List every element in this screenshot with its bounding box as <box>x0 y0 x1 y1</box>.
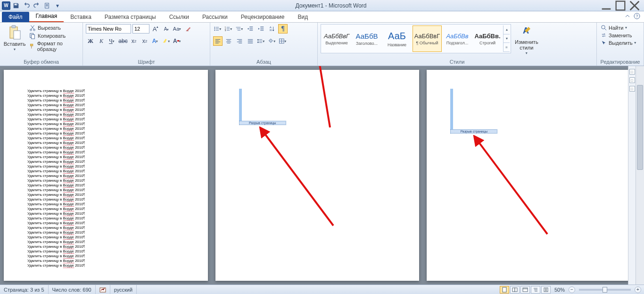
align-right-button[interactable] <box>235 36 244 46</box>
select-button[interactable]: Выделить▼ <box>600 39 641 46</box>
status-bar: Страница: 3 из 5 Число слов: 690 русский… <box>0 285 644 294</box>
page-3[interactable]: Разрыв страницы <box>427 70 631 281</box>
tab-insert[interactable]: Вставка <box>64 12 98 22</box>
svg-point-13 <box>214 28 215 29</box>
save-icon[interactable] <box>11 1 21 10</box>
decrease-indent-button[interactable] <box>246 24 255 34</box>
strikethrough-button[interactable]: abc <box>118 36 128 46</box>
align-left-button[interactable] <box>213 36 223 46</box>
font-name-input[interactable] <box>86 24 131 34</box>
view-print-layout-button[interactable] <box>500 286 509 294</box>
vertical-scrollbar[interactable] <box>636 66 644 285</box>
side-panel-item[interactable]: □ <box>629 69 635 75</box>
sort-button[interactable]: AЯ <box>267 24 277 34</box>
increase-indent-button[interactable] <box>256 24 266 34</box>
status-page[interactable]: Страница: 3 из 5 <box>0 285 49 294</box>
view-outline-button[interactable] <box>531 286 540 294</box>
zoom-in-button[interactable]: + <box>635 286 641 293</box>
highlight-button[interactable]: ▼ <box>162 36 171 46</box>
align-center-button[interactable] <box>224 36 233 46</box>
style-item-subtitle[interactable]: АаБбВвПодзагол... <box>443 25 472 52</box>
shading-button[interactable]: ▼ <box>267 36 277 46</box>
style-item-heading[interactable]: АаБбВЗаголово... <box>352 25 381 52</box>
find-button[interactable]: Найти▼ <box>600 24 641 31</box>
tab-review[interactable]: Рецензирование <box>234 12 291 22</box>
svg-line-24 <box>478 141 547 234</box>
view-full-screen-button[interactable] <box>510 286 520 294</box>
help-icon[interactable]: ? <box>634 13 640 19</box>
svg-rect-27 <box>503 287 506 292</box>
side-panel-item[interactable]: □ <box>629 77 635 83</box>
multilevel-list-button[interactable]: ▼ <box>235 24 244 34</box>
scrollbar-thumb[interactable] <box>637 85 643 170</box>
view-draft-button[interactable] <box>541 286 551 294</box>
redo-icon[interactable] <box>32 1 41 10</box>
page-1-text: Удалить страницу в Ворде 2010¶Удалить ст… <box>27 89 85 268</box>
zoom-out-button[interactable]: − <box>569 286 575 293</box>
borders-button[interactable]: ▼ <box>278 36 288 46</box>
tab-mailings[interactable]: Рассылки <box>196 12 234 22</box>
svg-rect-11 <box>30 44 33 46</box>
bullets-button[interactable]: ▼ <box>213 24 223 34</box>
tab-view[interactable]: Вид <box>291 12 314 22</box>
status-language[interactable]: русский <box>110 285 137 294</box>
zoom-slider-thumb[interactable] <box>603 287 607 293</box>
minimize-button[interactable] <box>600 1 613 10</box>
format-painter-button[interactable]: Формат по образцу <box>28 40 80 52</box>
undo-icon[interactable] <box>22 1 31 10</box>
copy-button[interactable]: Копировать <box>28 32 80 40</box>
tab-home[interactable]: Главная <box>29 11 64 22</box>
style-item-emphasis[interactable]: АаБбВвГВыделение <box>322 25 351 52</box>
group-clipboard-label: Буфер обмена <box>3 59 80 65</box>
svg-rect-10 <box>31 34 34 39</box>
tab-file[interactable]: Файл <box>2 12 29 22</box>
document-area: Удалить страницу в Ворде 2010¶Удалить ст… <box>0 66 644 285</box>
svg-rect-29 <box>515 288 517 292</box>
style-item-strong[interactable]: АаБбВв.Строгий <box>473 25 502 52</box>
text-effects-button[interactable]: A▼ <box>151 36 160 46</box>
style-item-normal[interactable]: АаБбВвГ¶ Обычный <box>413 25 442 52</box>
bold-button[interactable]: Ж <box>86 36 95 46</box>
show-paragraph-marks-button[interactable]: ¶ <box>278 24 288 34</box>
view-web-layout-button[interactable] <box>520 286 530 294</box>
numbering-button[interactable]: 123▼ <box>224 24 233 34</box>
status-word-count[interactable]: Число слов: 690 <box>49 285 96 294</box>
replace-button[interactable]: Заменить <box>600 32 641 39</box>
tab-page-layout[interactable]: Разметка страницы <box>98 12 163 22</box>
cut-button[interactable]: Вырезать <box>28 24 80 32</box>
clear-formatting-button[interactable] <box>183 24 193 34</box>
style-item-title[interactable]: АаБНазвание <box>382 25 412 52</box>
italic-button[interactable]: К <box>97 36 106 46</box>
paste-button[interactable]: Вставить ▼ <box>3 24 26 52</box>
align-justify-button[interactable] <box>246 36 255 46</box>
maximize-button[interactable] <box>614 1 627 10</box>
svg-rect-28 <box>512 288 515 292</box>
status-proofing[interactable] <box>96 285 110 294</box>
shrink-font-button[interactable]: A▾ <box>162 24 171 34</box>
svg-rect-1 <box>616 1 625 10</box>
close-button[interactable] <box>628 1 641 10</box>
qat-document-icon[interactable] <box>42 1 52 10</box>
zoom-percent[interactable]: 50% <box>554 287 565 293</box>
page-1[interactable]: Удалить страницу в Ворде 2010¶Удалить ст… <box>4 70 208 281</box>
zoom-slider[interactable] <box>579 289 631 291</box>
subscript-button[interactable]: x2 <box>129 36 139 46</box>
font-size-input[interactable] <box>132 24 149 34</box>
change-case-button[interactable]: Aa▼ <box>173 24 182 34</box>
line-spacing-button[interactable]: ▼ <box>256 36 266 46</box>
change-styles-button[interactable]: A Изменить стили ▼ <box>513 24 540 56</box>
tab-references[interactable]: Ссылки <box>163 12 196 22</box>
ribbon-minimize-icon[interactable] <box>624 13 631 19</box>
group-font: A▴ A▾ Aa▼ Ж К Ч▼ abc x2 x2 A▼ ▼ A▼ Шрифт <box>83 23 210 66</box>
superscript-button[interactable]: x2 <box>140 36 149 46</box>
underline-button[interactable]: Ч▼ <box>107 36 117 46</box>
grow-font-button[interactable]: A▴ <box>151 24 160 34</box>
ribbon-tabs: Файл Главная Вставка Разметка страницы С… <box>0 11 644 23</box>
side-panel-item[interactable]: □ <box>629 86 635 92</box>
selection-block <box>239 89 242 122</box>
page-2[interactable]: Разрыв страницы <box>215 70 420 281</box>
style-gallery-scroll[interactable]: ▴▾≡ <box>503 25 510 52</box>
ribbon: Вставить ▼ Вырезать Копировать Формат по… <box>0 23 644 66</box>
font-color-button[interactable]: A▼ <box>173 36 182 46</box>
qat-dropdown-icon[interactable]: ▾ <box>53 1 62 10</box>
